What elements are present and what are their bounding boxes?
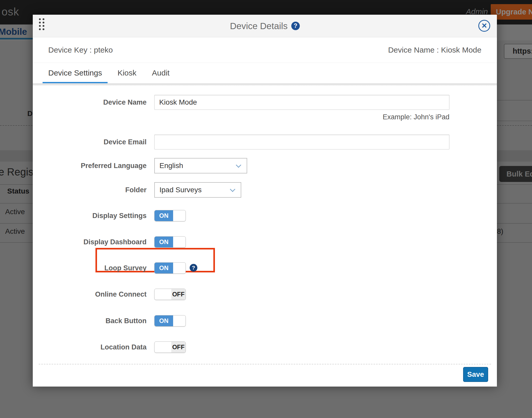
device-key-row: Device Key : pteko Device Name : Kiosk M… — [33, 37, 497, 63]
folder-value: Ipad Surveys — [159, 186, 201, 194]
folder-select[interactable]: Ipad Surveys — [154, 182, 241, 198]
location-data-toggle[interactable]: OFF — [154, 341, 186, 353]
tab-audit[interactable]: Audit — [146, 63, 175, 83]
online-connect-label: Online Connect — [33, 289, 147, 300]
device-name-input[interactable] — [154, 95, 449, 110]
display-settings-label: Display Settings — [33, 210, 147, 221]
display-dashboard-label: Display Dashboard — [33, 236, 147, 248]
loop-survey-label: Loop Survey — [33, 262, 147, 274]
device-email-input[interactable] — [154, 135, 449, 149]
back-button-toggle[interactable]: ON — [154, 315, 186, 327]
preferred-language-select[interactable]: English — [154, 158, 247, 173]
preferred-language-value: English — [159, 162, 183, 170]
help-icon[interactable]: ? — [291, 22, 300, 30]
display-dashboard-toggle[interactable]: ON — [154, 236, 186, 248]
close-icon[interactable]: ✕ — [478, 20, 490, 32]
back-button-label: Back Button — [33, 315, 147, 327]
loop-survey-toggle[interactable]: ON — [154, 262, 186, 274]
tab-kiosk[interactable]: Kiosk — [112, 63, 142, 83]
device-name-text: Device Name : Kiosk Mode — [388, 46, 481, 54]
preferred-language-label: Preferred Language — [33, 158, 147, 173]
footer-dashed-divider — [39, 364, 491, 364]
folder-label: Folder — [33, 182, 147, 198]
location-data-label: Location Data — [33, 341, 147, 353]
online-connect-toggle[interactable]: OFF — [154, 289, 186, 300]
modal-title: Device Details? — [33, 15, 497, 37]
tabs-shadow — [33, 84, 497, 86]
modal-header: Device Details? ✕ — [33, 15, 497, 37]
device-key-text: Device Key : pteko — [48, 46, 113, 54]
chevron-down-icon — [230, 187, 235, 192]
loop-survey-help-icon[interactable]: ? — [190, 264, 197, 272]
tab-device-settings[interactable]: Device Settings — [43, 63, 108, 83]
chevron-down-icon — [236, 162, 241, 168]
modal-tabs: Device Settings Kiosk Audit — [33, 63, 497, 83]
screen: osk Admin Upgrade Now Mobile https:// D … — [0, 0, 532, 418]
display-settings-toggle[interactable]: ON — [154, 210, 186, 221]
device-details-modal: Device Details? ✕ Device Key : pteko Dev… — [33, 15, 497, 387]
device-name-helper: Example: John's iPad — [154, 113, 449, 121]
save-button[interactable]: Save — [463, 367, 488, 382]
device-name-label: Device Name — [33, 95, 147, 110]
device-email-label: Device Email — [33, 135, 147, 149]
drag-handle-icon[interactable] — [39, 18, 44, 30]
